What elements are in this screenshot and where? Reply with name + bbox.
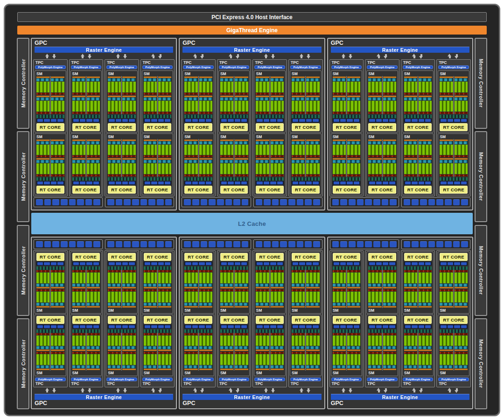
texture-segment: [235, 119, 240, 122]
teal-bar: [306, 284, 319, 287]
red-bar: [368, 175, 381, 176]
teal-bar: [199, 98, 212, 100]
teal-bar: [347, 98, 360, 100]
rop-row: [182, 239, 322, 249]
core-array: [292, 82, 305, 92]
core-array: [72, 336, 85, 346]
ldst-unit-bar: [36, 329, 64, 333]
gpc-area: GPC Raster Engine TPC PolyMorph Engine S…: [31, 38, 473, 409]
red-bar: [36, 112, 49, 114]
tpc-block: TPC PolyMorph Engine SM RT CORE SM RT CO…: [365, 250, 399, 387]
core-array: [51, 354, 64, 365]
red-bar: [199, 333, 212, 335]
orange-bar: [199, 350, 212, 351]
sm-block: SM RT CORE: [402, 70, 434, 133]
texture-segment: [185, 262, 191, 265]
teal-bar: [455, 160, 468, 163]
texture-segment: [116, 262, 121, 265]
texture-segment: [206, 119, 211, 122]
texture-unit-bar: [220, 119, 248, 122]
orange-bar: [333, 369, 346, 370]
rop-row: [182, 197, 322, 207]
rop-segment: [217, 199, 224, 205]
core-array: [368, 82, 381, 92]
rop-segment: [305, 199, 312, 205]
texture-unit-bar: [184, 181, 212, 185]
red-bar: [419, 93, 432, 95]
texture-segment: [293, 182, 298, 184]
core-array: [144, 292, 157, 302]
rop-group: [330, 197, 399, 207]
tpc-label: TPC: [218, 381, 250, 386]
sm-core-columns: [291, 333, 320, 371]
core-array: [72, 273, 85, 283]
teal-bar: [235, 346, 248, 349]
teal-bar: [419, 346, 432, 349]
texture-unit-bar: [220, 181, 248, 185]
core-array: [404, 145, 417, 155]
red-bar: [271, 352, 284, 354]
texture-segment: [383, 262, 388, 265]
red-bar: [404, 175, 417, 176]
core-column: [184, 76, 198, 114]
teal-bar: [51, 141, 64, 144]
rt-core-bar: RT CORE: [144, 253, 172, 261]
orange-bar: [333, 77, 346, 78]
teal-bar: [184, 303, 197, 306]
orange-bar: [144, 96, 157, 97]
core-column: [198, 270, 213, 308]
texture-segment: [51, 262, 56, 265]
core-array: [122, 354, 135, 365]
core-array: [158, 163, 171, 174]
raster-engine-bar: Raster Engine: [35, 394, 173, 400]
red-bar: [404, 112, 417, 114]
orange-bar: [184, 287, 197, 288]
polymorph-engine-bar: PolyMorph Engine: [403, 65, 434, 69]
sm-label: SM: [36, 371, 65, 375]
core-column: [454, 139, 468, 177]
texture-segment: [376, 325, 382, 328]
orange-bar: [199, 96, 212, 97]
texture-segment: [369, 262, 375, 265]
teal-bar: [383, 78, 396, 81]
red-bar: [455, 289, 468, 291]
teal-bar: [235, 98, 248, 100]
teal-bar: [235, 141, 248, 144]
polymorph-engine-bar: PolyMorph Engine: [367, 378, 398, 381]
ldst-unit-bar: [220, 329, 248, 333]
arrow-pair: [252, 53, 287, 59]
up-arrow-icon: [81, 388, 85, 393]
texture-segment: [228, 325, 233, 328]
teal-bar: [51, 284, 64, 287]
core-column: [368, 139, 382, 177]
sm-core-columns: [143, 333, 172, 371]
polymorph-engine-bar: PolyMorph Engine: [71, 378, 102, 381]
sm-core-columns: [184, 139, 213, 177]
core-column: [220, 270, 234, 308]
texture-segment: [454, 182, 460, 184]
teal-bar: [256, 346, 269, 349]
teal-bar: [333, 346, 346, 349]
red-bar: [108, 155, 121, 157]
texture-segment: [389, 182, 395, 184]
teal-bar: [184, 141, 197, 144]
sm-label: SM: [332, 71, 361, 76]
red-bar: [51, 352, 64, 354]
red-bar: [72, 155, 85, 157]
texture-segment: [109, 325, 114, 328]
polymorph-engine-bar: PolyMorph Engine: [438, 378, 469, 381]
orange-bar: [404, 96, 417, 97]
rop-segment: [332, 241, 339, 247]
texture-segment: [158, 325, 164, 328]
texture-segment: [129, 119, 134, 122]
rt-core-bar: RT CORE: [440, 316, 468, 324]
core-array: [72, 354, 85, 365]
core-column: [220, 333, 234, 371]
texture-unit-bar: [333, 325, 361, 329]
orange-bar: [347, 96, 360, 97]
teal-bar: [455, 78, 468, 81]
memory-controller-label: Memory Controller: [478, 152, 484, 201]
up-arrow-icon: [412, 54, 416, 59]
teal-bar: [108, 98, 121, 100]
orange-bar: [368, 158, 381, 160]
